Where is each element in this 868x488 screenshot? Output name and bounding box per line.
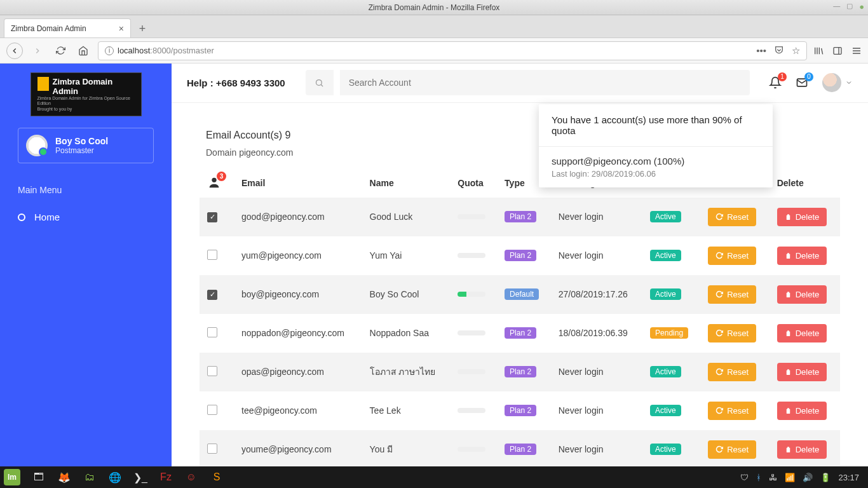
delete-button[interactable]: Delete [777, 363, 827, 381]
th-name: Name [362, 169, 451, 198]
sidebar-icon[interactable] [832, 46, 843, 56]
sidebar-item-home[interactable]: Home [0, 203, 172, 231]
bluetooth-icon[interactable]: ᚼ [756, 473, 761, 482]
maximize-icon[interactable]: ▢ [846, 2, 853, 11]
mail-badge: 0 [804, 72, 813, 81]
terminal-icon[interactable]: ❯_ [128, 468, 153, 486]
info-icon: i [105, 46, 114, 55]
avatar-icon [26, 135, 48, 156]
notifications-button[interactable]: 1 [769, 76, 782, 89]
reset-button[interactable]: Reset [708, 324, 756, 342]
row-checkbox[interactable] [207, 327, 217, 337]
notification-popup: You have 1 account(s) use more than 90% … [539, 104, 773, 187]
reset-button[interactable]: Reset [708, 285, 756, 304]
back-button[interactable] [6, 43, 23, 59]
topbar: Help : +668 9493 3300 1 0 [172, 64, 868, 103]
cell-lastlogin: Never login [551, 198, 642, 236]
delete-button[interactable]: Delete [777, 324, 827, 342]
cell-status: Active [642, 430, 700, 466]
cell-status: Active [642, 236, 700, 275]
brand-byline: Brought to you by [37, 107, 135, 112]
cell-lastlogin: Never login [551, 236, 642, 275]
library-icon[interactable] [813, 46, 824, 56]
row-checkbox[interactable] [207, 366, 217, 376]
shield-icon[interactable]: 🛡 [740, 473, 749, 482]
close-icon[interactable]: ● [859, 2, 864, 11]
pocket-icon[interactable] [774, 45, 784, 57]
cell-name: Good Luck [362, 198, 451, 236]
firefox-icon[interactable]: 🦊 [52, 468, 76, 486]
cell-type: Plan 2 [497, 236, 551, 275]
filezilla-icon[interactable]: Fz [154, 468, 178, 486]
battery-icon[interactable]: 🔋 [820, 473, 831, 482]
chrome-icon[interactable]: 🌐 [103, 468, 127, 486]
new-tab-button[interactable]: + [133, 20, 151, 37]
system-tray: 🛡 ᚼ 🖧 📶 🔊 🔋 23:17 [740, 473, 864, 482]
cell-type: Plan 2 [497, 314, 551, 353]
person-icon: 3 [207, 175, 221, 189]
more-icon[interactable]: ••• [756, 45, 766, 57]
reset-button[interactable]: Reset [708, 208, 756, 226]
delete-button[interactable]: Delete [777, 402, 827, 420]
search-button[interactable] [306, 70, 334, 95]
reset-button[interactable]: Reset [708, 247, 756, 265]
volume-icon[interactable]: 🔊 [803, 473, 813, 482]
clock[interactable]: 23:17 [838, 473, 859, 482]
browser-urlbar: i localhost:8000/postmaster ••• ☆ [0, 38, 868, 64]
cell-lastlogin: 27/08/2019:17.26 [551, 275, 642, 314]
avatar-icon [822, 73, 841, 92]
delete-button[interactable]: Delete [777, 440, 827, 459]
row-checkbox[interactable] [207, 444, 217, 454]
tab-close-icon[interactable]: × [119, 24, 124, 34]
brand-mark-icon [37, 77, 49, 91]
bell-badge: 1 [778, 72, 787, 81]
row-checkbox[interactable]: ✓ [207, 212, 217, 222]
table-row: ✓ boy@pigeoncy.com Boy So Cool Default 2… [200, 275, 840, 314]
mail-button[interactable]: 0 [796, 76, 808, 89]
svg-point-3 [212, 177, 216, 182]
reset-button[interactable]: Reset [708, 440, 756, 459]
search-input[interactable] [340, 70, 750, 95]
th-quota: Quota [450, 169, 497, 198]
minimize-icon[interactable]: — [833, 2, 840, 11]
cell-lastlogin: Never login [551, 391, 642, 430]
cell-email: tee@pigeoncy.com [234, 391, 362, 430]
reset-button[interactable]: Reset [708, 402, 756, 420]
app-icon[interactable]: ☺ [179, 468, 203, 486]
url-input[interactable]: i localhost:8000/postmaster ••• ☆ [98, 41, 807, 60]
home-button[interactable] [75, 43, 92, 59]
table-row: opas@pigeoncy.com โอภาส ภาษาไทย Plan 2 N… [200, 353, 840, 391]
menu-icon[interactable] [851, 46, 862, 56]
reset-button[interactable]: Reset [708, 363, 756, 381]
bookmark-icon[interactable]: ☆ [792, 45, 800, 57]
wifi-icon[interactable]: 📶 [785, 473, 795, 482]
delete-button[interactable]: Delete [777, 285, 827, 304]
row-checkbox[interactable] [207, 405, 217, 415]
desktop-icon[interactable]: 🗔 [27, 468, 51, 486]
cell-name: Yum Yai [362, 236, 451, 275]
url-host: localhost [118, 46, 150, 55]
mint-menu-icon[interactable]: lm [4, 469, 20, 485]
network-icon[interactable]: 🖧 [769, 473, 777, 482]
cell-lastlogin: Never login [551, 353, 642, 391]
cell-quota [450, 198, 497, 236]
cell-email: good@pigeoncy.com [234, 198, 362, 236]
user-menu[interactable] [822, 73, 853, 92]
th-email: Email [234, 169, 362, 198]
delete-button[interactable]: Delete [777, 208, 827, 226]
brand-logo: Zimbra Domain Admin Zimbra Domain Admin … [31, 72, 142, 116]
cell-name: You มี [362, 430, 451, 466]
sublime-icon[interactable]: S [205, 468, 229, 486]
cell-lastlogin: Never login [551, 430, 642, 466]
user-card[interactable]: Boy So Cool Postmaster [18, 128, 154, 163]
forward-button[interactable] [29, 43, 46, 59]
row-checkbox[interactable] [207, 250, 217, 260]
menu-header: Main Menu [0, 177, 172, 203]
notification-item[interactable]: support@pigeoncy.com (100%) Last login: … [539, 147, 773, 187]
row-checkbox[interactable]: ✓ [207, 290, 217, 300]
delete-button[interactable]: Delete [777, 247, 827, 265]
reload-button[interactable] [52, 43, 69, 59]
files-icon[interactable]: 🗂 [78, 468, 102, 486]
browser-tab[interactable]: Zimbra Domain Admin × [4, 18, 131, 37]
cell-name: Tee Lek [362, 391, 451, 430]
